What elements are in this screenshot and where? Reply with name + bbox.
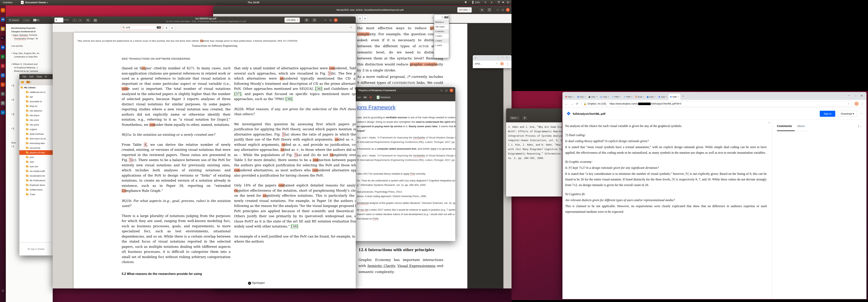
tab-close-icon[interactable]: ✕	[573, 96, 574, 98]
collection-row[interactable]: My Publications	[19, 178, 53, 183]
preview-scroll-up-icon[interactable]: ▲	[768, 122, 770, 124]
evince-headerbar[interactable]: 9 of 26 ‹ › ▤ tse-2802910-pp.pdf Van Der…	[53, 16, 356, 24]
collection-row[interactable]: user-sim	[19, 164, 53, 169]
search-input[interactable]: con ⌫	[121, 25, 162, 30]
window-maximize-button[interactable]: □	[855, 94, 857, 97]
tab-close-icon[interactable]: ✕	[631, 96, 632, 98]
gedit-text-area[interactable]: J. Hahn and J. Kim, “Why Are Some Diagra…	[506, 122, 562, 160]
tray-cross-icon[interactable]: ✖	[465, 1, 467, 4]
tab-close-icon[interactable]: ✕	[619, 96, 621, 98]
tab-close-icon[interactable]: ✕	[666, 96, 667, 98]
match-row[interactable]: 1 match	[434, 34, 449, 38]
search-button[interactable]: Search	[7, 18, 21, 23]
find-next-button[interactable]: ∨	[169, 25, 175, 30]
collection-row[interactable]: swin	[19, 160, 53, 164]
tab-close-icon[interactable]: ✕	[654, 96, 656, 98]
new-collection-button[interactable]	[21, 81, 24, 83]
dock-app-icon[interactable]: ◇	[1, 110, 5, 114]
collection-row[interactable]: My Library	[19, 85, 53, 90]
menu-item[interactable]: Edit	[29, 75, 33, 78]
collection-row[interactable]: vis-mobile-traffi	[19, 169, 53, 173]
pdf-preview-text[interactable]: No analysis of the choice for each visua…	[565, 123, 767, 217]
dock-app-icon[interactable]: Z	[1, 64, 5, 68]
frag-url[interactable]: ns%2...	[475, 63, 482, 65]
collection-row[interactable]: prov	[19, 155, 53, 160]
moody-annotations-button[interactable]: 🗎	[479, 7, 485, 12]
battery-icon[interactable]: ϟ	[506, 1, 509, 4]
find-previous-button[interactable]: ∧	[163, 25, 169, 30]
moody-minimize-button[interactable]: −	[496, 8, 500, 12]
pon-minimize-button[interactable]: −	[439, 89, 443, 92]
moody-search-close[interactable]: ×	[432, 16, 433, 19]
moody-search-next[interactable]: ∨	[363, 16, 368, 21]
app-grid-icon[interactable]: ⠿	[0, 289, 6, 293]
bookmark-star-icon[interactable]: ☆	[496, 62, 498, 65]
moody-maximize-button[interactable]: ▢	[501, 8, 505, 12]
collection-row[interactable]: Duplicate Items	[19, 183, 53, 188]
browser-tab[interactable]: 18 Googl ✕	[576, 94, 587, 100]
about-tab[interactable]: About	[797, 124, 805, 128]
search-bar-close[interactable]: ×	[350, 26, 352, 29]
moody-headerbar[interactable]: Moody2010_istar_Article_VisualSyntaxDoes…	[213, 6, 512, 14]
collection-row[interactable]: additional-vis-re	[19, 90, 53, 95]
open-button[interactable]: Open ▾	[509, 115, 520, 121]
gedit-headerbar[interactable]: Open ▾ 🗎	[506, 108, 562, 122]
signin-button[interactable]: Sign in	[820, 111, 835, 117]
dock-app-icon[interactable]: >_	[1, 36, 5, 40]
back-icon[interactable]: ←	[565, 102, 568, 105]
volume-muted-icon[interactable]: x	[502, 1, 505, 4]
link-button[interactable]: ⤵ Link	[22, 18, 31, 23]
avatar[interactable]	[855, 102, 859, 106]
clock[interactable]: Thu 18:00	[248, 1, 259, 4]
match-row[interactable]: 1 match	[434, 43, 449, 48]
forward-icon[interactable]: →	[570, 102, 573, 105]
match-row[interactable]: 1 match	[434, 38, 449, 43]
sidebar-toggle-button[interactable]: ▤	[92, 18, 98, 23]
browser-tab[interactable]: ▦ Data- ✕	[645, 94, 657, 100]
comments-tab[interactable]: Comments	[777, 124, 792, 128]
notebook-button[interactable]: Notebook	[380, 96, 391, 99]
tab-close-icon[interactable]: ✕	[608, 96, 609, 98]
browser-tab[interactable]: ❖ fullAn ✕	[669, 94, 680, 100]
collection-row[interactable]: assurable-ai	[19, 99, 53, 104]
collection-row[interactable]: cite-data2vis	[19, 108, 53, 113]
notes-tray-icon[interactable]: ✎	[485, 1, 487, 4]
moody-zoom-level[interactable]: 157.82% ∨	[457, 7, 472, 12]
dock-app-icon[interactable]: C	[1, 55, 5, 59]
find-button[interactable]	[85, 18, 91, 23]
temperature-indicator[interactable]: 10%	[475, 1, 480, 4]
tab-close-icon[interactable]: ✕	[584, 96, 586, 98]
cut-button-label[interactable]: ext	[358, 96, 361, 99]
tab-close-icon[interactable]: ✕	[677, 96, 679, 98]
frag-maximize-button[interactable]: □	[502, 56, 503, 59]
dock-app-icon[interactable]: G	[1, 92, 5, 96]
omnibox[interactable]: 🔒 Dropbox, Inc [US] | https://www.dropbo…	[581, 101, 852, 106]
collection-row[interactable]: city-pulse	[19, 122, 53, 127]
pon-maximize-button[interactable]: ▢	[444, 89, 448, 92]
collection-row[interactable]: Unfiled Items	[19, 188, 53, 192]
slack-tray-icon[interactable]: ✳	[491, 1, 493, 4]
tab-close-icon[interactable]: ✕	[596, 96, 597, 98]
browser-tab[interactable]: ◉ Librar ✕	[587, 94, 599, 100]
match-row[interactable]: Title match	[434, 25, 449, 29]
clear-search-icon[interactable]: ⌫	[157, 26, 161, 29]
collection-row[interactable]: cogtool	[19, 127, 53, 132]
text-style-button[interactable]: ab Te	[32, 18, 41, 23]
match-row[interactable]: Matches ▾	[434, 20, 449, 25]
tray-chevron-icon[interactable]: ▾	[509, 1, 510, 3]
moody-close-button[interactable]: ✕	[506, 8, 510, 12]
hamburger-menu-button[interactable]: ☰	[311, 18, 318, 23]
frag-minimize-button[interactable]: −	[498, 56, 499, 59]
collection-row[interactable]: cite-vizml	[19, 118, 53, 122]
new-library-button[interactable]	[26, 81, 30, 83]
browser-tab[interactable]: ✦ i*Wiki ✕	[622, 94, 634, 100]
collection-row[interactable]: low-priority	[19, 145, 53, 150]
dock-app-icon[interactable]: ✎	[1, 101, 5, 105]
menu-item[interactable]: File	[23, 75, 26, 78]
stop-icon[interactable]: 🛇	[370, 96, 372, 99]
moody-menu-button[interactable]: ☰	[486, 7, 493, 12]
browser-tab[interactable]: Ⓐ Evalua ✕	[634, 94, 645, 100]
collection-row[interactable]: Trash	[19, 192, 53, 197]
browser-tab[interactable]: ✦ i*Wiki ✕	[611, 94, 622, 100]
app-menu[interactable]: Document Viewer ▾	[25, 1, 48, 4]
